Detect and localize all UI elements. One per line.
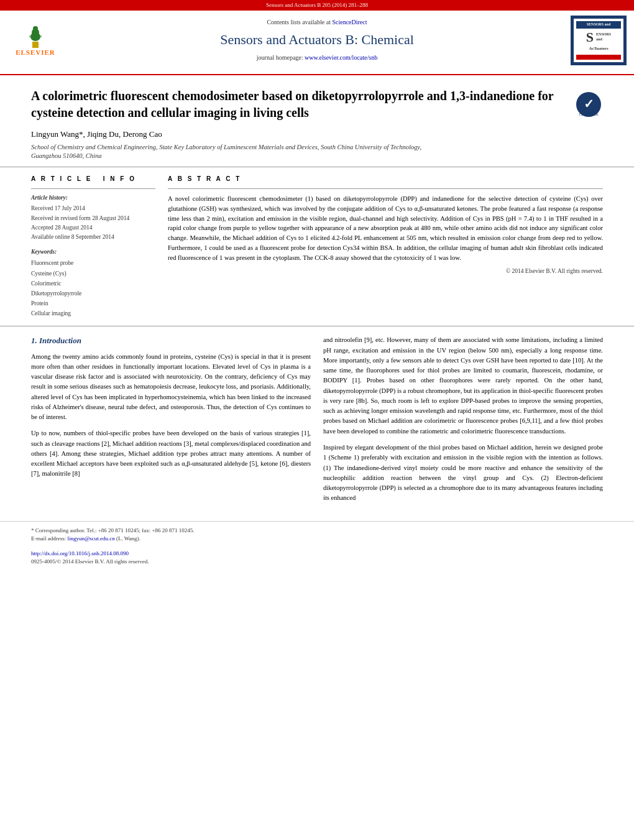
email-link[interactable]: lingyun@scut.edu.cn <box>67 535 114 542</box>
page-container: Sensors and Actuators B 205 (2014) 281–2… <box>0 0 634 840</box>
article-section: A colorimetric fluorescent chemodosimete… <box>0 75 634 168</box>
affiliation: School of Chemistry and Chemical Enginee… <box>31 143 603 160</box>
svg-rect-4 <box>29 35 42 37</box>
doi-link[interactable]: http://dx.doi.org/10.1016/j.snb.2014.08.… <box>31 550 129 556</box>
footer-section: * Corresponding author. Tel.: +86 20 871… <box>0 521 634 572</box>
sensors-top-bar: SENSORS and <box>576 21 621 29</box>
section1-right-para2: Inspired by elegant development of the t… <box>323 443 603 504</box>
section1-right-para1: and nitroolefin [9], etc. However, many … <box>323 335 603 436</box>
doi-line: http://dx.doi.org/10.1016/j.snb.2014.08.… <box>31 550 603 558</box>
body-section: 1. Introduction Among the twenty amino a… <box>0 326 634 518</box>
citation-text: Sensors and Actuators B 205 (2014) 281–2… <box>266 2 368 8</box>
section1-para1: Among the twenty amino acids commonly fo… <box>31 352 311 423</box>
journal-name: Sensors and Actuators B: Chemical <box>63 30 571 50</box>
sensors-s-letter: S <box>586 30 594 44</box>
copyright-line: © 2014 Elsevier B.V. All rights reserved… <box>168 267 603 275</box>
header-main: ELSEVIER Contents lists available at Sci… <box>0 11 634 70</box>
elsevier-logo: ELSEVIER <box>7 20 63 60</box>
journal-homepage: journal homepage: www.elsevier.com/locat… <box>63 53 571 62</box>
article-history-label: Article history: <box>31 194 155 202</box>
body-col-right: and nitroolefin [9], etc. However, many … <box>323 335 603 509</box>
article-dates: Received 17 July 2014 Received in revise… <box>31 204 155 242</box>
homepage-link[interactable]: www.elsevier.com/locate/snb <box>305 54 377 61</box>
sensors-bottom-bar <box>576 55 621 60</box>
keywords-list: Fluorescent probe Cysteine (Cys) Colorim… <box>31 258 155 318</box>
crossmark-icon: ✓ CrossMark <box>575 91 603 119</box>
email-line: E-mail address: lingyun@scut.edu.cn (L. … <box>31 535 603 543</box>
keywords-label: Keywords: <box>31 248 155 256</box>
svg-rect-0 <box>32 42 39 48</box>
journal-title-center: Contents lists available at ScienceDirec… <box>63 18 571 62</box>
two-col-section: A R T I C L E I N F O Article history: R… <box>0 167 634 326</box>
sensors-mid: S ENSORS and <box>586 30 611 44</box>
body-col-left: 1. Introduction Among the twenty amino a… <box>31 335 311 509</box>
abstract-col: A B S T R A C T A novel colorimetric flu… <box>168 175 603 318</box>
article-info-header: A R T I C L E I N F O <box>31 175 155 183</box>
elsevier-text: ELSEVIER <box>16 48 55 57</box>
article-info-col: A R T I C L E I N F O Article history: R… <box>31 175 155 318</box>
authors: Lingyun Wang*, Jiqing Du, Derong Cao <box>31 129 603 140</box>
svg-text:✓: ✓ <box>584 97 594 111</box>
sensors-small-text: ENSORS and <box>596 32 611 42</box>
issn-line: 0925-4005/© 2014 Elsevier B.V. All right… <box>31 558 603 566</box>
svg-text:CrossMark: CrossMark <box>579 112 599 117</box>
article-title-row: A colorimetric fluorescent chemodosimete… <box>31 88 603 121</box>
sensors-logo-inner: SENSORS and S ENSORS and AcTuators <box>574 19 623 62</box>
svg-point-3 <box>33 26 38 31</box>
divider-line <box>31 188 155 189</box>
elsevier-tree-icon <box>20 23 51 48</box>
sciencedirect-link[interactable]: ScienceDirect <box>332 19 367 25</box>
contents-available: Contents lists available at ScienceDirec… <box>63 18 571 27</box>
section1-heading: 1. Introduction <box>31 335 311 346</box>
footnote-line: * Corresponding author. Tel.: +86 20 871… <box>31 527 603 535</box>
journal-header: ELSEVIER Contents lists available at Sci… <box>0 11 634 75</box>
abstract-divider <box>168 188 603 189</box>
actuators-text: AcTuators <box>589 46 608 52</box>
section1-para2: Up to now, numbers of thiol-specific pro… <box>31 428 311 479</box>
abstract-header: A B S T R A C T <box>168 175 603 183</box>
abstract-text: A novel colorimetric fluorescent chemodo… <box>168 194 603 262</box>
article-title: A colorimetric fluorescent chemodosimete… <box>31 88 575 121</box>
citation-bar: Sensors and Actuators B 205 (2014) 281–2… <box>0 0 634 11</box>
sensors-actuators-logo: SENSORS and S ENSORS and AcTuators <box>571 16 627 65</box>
